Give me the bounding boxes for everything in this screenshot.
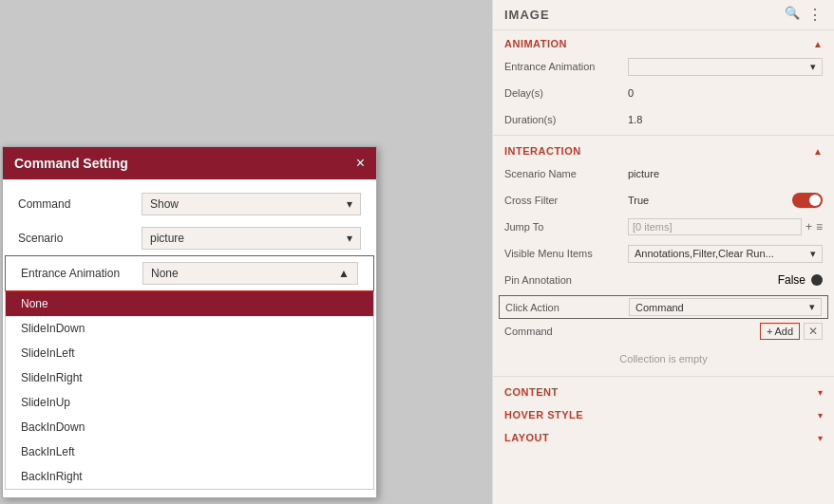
layout-chevron: ▾ [818,433,823,443]
popup-command-label: Command [18,197,142,211]
popup-entrance-value: None [151,267,179,280]
dropdown-item-backinright[interactable]: BackInRight [6,464,373,489]
click-action-label: Click Action [505,302,629,313]
interaction-chevron: ▲ [813,146,823,157]
duration-row: Duration(s) 1.8 [493,106,834,133]
click-action-chevron-icon: ▾ [809,301,815,313]
hover-style-title: HOVER STYLE [504,409,583,420]
jump-menu-btn[interactable]: ≡ [816,220,823,233]
content-chevron: ▾ [818,387,823,398]
entrance-chevron-icon: ▾ [810,61,816,73]
pin-annotation-label: Pin Annotation [504,274,628,286]
content-section-header[interactable]: CONTENT ▾ [493,379,834,401]
collection-empty-text: Collection is empty [493,344,834,374]
add-label: Add [774,326,793,337]
popup-header: Command Setting × [3,147,376,179]
content-title: CONTENT [504,386,559,398]
visible-menu-chevron-icon: ▾ [810,248,816,260]
scenario-name-value: picture [628,168,823,179]
popup-scenario-chevron: ▾ [347,232,352,245]
hover-style-section-header[interactable]: HOVER STYLE ▾ [493,401,834,424]
visible-menu-items-label: Visible Menu Items [504,248,628,259]
animation-section-header[interactable]: ANIMATION ▲ [493,30,834,53]
menu-icon[interactable]: ⋮ [807,6,823,24]
popup-dropdown-list: None SlideInDown SlideInLeft SlideInRigh… [5,291,374,490]
animation-chevron: ▲ [813,39,823,49]
interaction-section-header[interactable]: INTERACTION ▲ [493,138,834,160]
popup-close-btn[interactable]: × [356,155,365,172]
cross-filter-row: Cross Filter True [493,187,834,214]
popup-entrance-chevron: ▲ [338,267,350,280]
popup-scenario-dropdown[interactable]: picture ▾ [142,227,361,250]
dropdown-item-slideinup[interactable]: SlideInUp [6,390,373,415]
cross-filter-label: Cross Filter [504,195,628,206]
popup-command-value: Show [150,197,179,211]
search-icon[interactable]: 🔍 [785,6,800,24]
click-action-value: Command [635,302,684,313]
jump-add-btn[interactable]: + [806,220,812,233]
popup-scenario-label: Scenario [18,232,142,245]
panel-header: IMAGE 🔍 ⋮ [493,0,834,30]
popup-scenario-value: picture [150,232,184,245]
jump-to-label: Jump To [504,221,628,233]
right-panel: IMAGE 🔍 ⋮ ANIMATION ▲ Entrance Animation… [492,0,834,504]
interaction-title: INTERACTION [504,145,581,157]
cross-filter-value: True [628,195,787,206]
click-action-dropdown[interactable]: Command ▾ [629,298,822,316]
popup-title: Command Setting [14,156,128,171]
dropdown-item-slideinright[interactable]: SlideInRight [6,365,373,390]
command-row: Command + Add ✕ [499,321,828,342]
popup-entrance-dropdown[interactable]: None ▲ [142,262,358,285]
hover-style-chevron: ▾ [818,410,823,420]
popup-scenario-row: Scenario picture ▾ [3,221,376,255]
popup-body: Command Show ▾ Scenario picture ▾ Entran… [3,179,376,497]
entrance-animation-row: Entrance Animation ▾ [493,53,834,80]
header-icons: 🔍 ⋮ [785,6,823,24]
layout-title: LAYOUT [504,432,549,443]
jump-to-row: Jump To [0 items] + ≡ [493,214,834,240]
cross-filter-toggle[interactable] [792,193,823,208]
delay-label: Delay(s) [504,87,628,99]
visible-menu-items-dropdown[interactable]: Annotations,Filter,Clear Run... ▾ [628,245,823,263]
popup-command-dropdown[interactable]: Show ▾ [142,193,361,215]
popup-command-chevron: ▾ [347,197,352,211]
plus-icon: + [767,326,772,337]
popup-entrance-animation-row: Entrance Animation None ▲ [5,255,374,291]
popup-command-row: Command Show ▾ [3,187,376,221]
delay-value: 0 [628,87,823,99]
duration-value: 1.8 [628,114,823,125]
pin-annotation-dot [811,274,823,286]
pin-annotation-row: Pin Annotation False [493,267,834,293]
command-close-btn[interactable]: ✕ [804,323,823,340]
dropdown-item-slideindown[interactable]: SlideInDown [6,316,373,341]
visible-menu-items-value: Annotations,Filter,Clear Run... [635,248,774,259]
layout-section-header[interactable]: LAYOUT ▾ [493,424,834,447]
command-add-btn[interactable]: + Add [760,323,800,340]
jump-to-input[interactable]: [0 items] [628,218,802,235]
animation-title: ANIMATION [504,38,567,49]
pin-annotation-value: False [778,273,806,287]
duration-label: Duration(s) [504,114,628,125]
delay-row: Delay(s) 0 [493,80,834,106]
dropdown-item-backindown[interactable]: BackInDown [6,415,373,439]
entrance-animation-label: Entrance Animation [504,61,628,72]
jump-to-field: [0 items] + ≡ [628,218,823,235]
visible-menu-items-row: Visible Menu Items Annotations,Filter,Cl… [493,240,834,267]
scenario-name-row: Scenario Name picture [493,160,834,187]
command-setting-popup: Command Setting × Command Show ▾ Scenari… [2,146,377,498]
dropdown-item-backinleft[interactable]: BackInLeft [6,439,373,464]
click-action-row: Click Action Command ▾ [499,295,828,319]
scenario-name-label: Scenario Name [504,168,628,179]
popup-entrance-label: Entrance Animation [21,267,142,280]
entrance-animation-dropdown[interactable]: ▾ [628,58,823,76]
command-label: Command [504,326,628,337]
panel-title: IMAGE [504,8,550,22]
dropdown-item-none[interactable]: None [6,291,373,316]
dropdown-item-slideinleft[interactable]: SlideInLeft [6,341,373,365]
